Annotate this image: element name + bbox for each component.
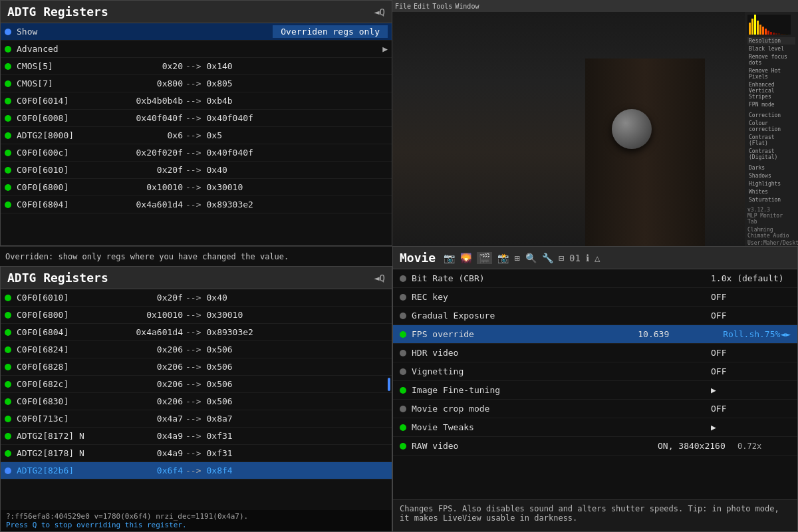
register-row[interactable]: C0F0[6804] 0x4a601d4 --> 0x89303e2 [1, 324, 392, 341]
register-row[interactable]: C0F0[6800] 0x10010 --> 0x30010 [1, 179, 392, 196]
register-row[interactable]: C0F0[6800] 0x10010 --> 0x30010 [1, 307, 392, 324]
movie-label: Movie Tweaks [412, 422, 711, 432]
movie-row[interactable]: RAW video ON, 3840x2160 0.72x [393, 437, 797, 456]
reg-arrow: --> [186, 96, 201, 106]
sidebar-footer: v3.12.3 MLP Monitor Tab Clahming Chimate… [747, 207, 795, 246]
reg-override: 0xf31 [206, 431, 232, 441]
toolbar-file[interactable]: File [395, 3, 411, 10]
register-rows-bottom: C0F0[6010] 0x20f --> 0x40 C0F0[6800] 0x1… [1, 289, 392, 479]
reg-arrow: --> [186, 113, 201, 123]
panel-icon-top[interactable]: ◄Q [374, 7, 385, 17]
reg-override: 0x8a7 [206, 414, 232, 424]
movie-label: FPS override [412, 329, 638, 339]
movie-value: ▶ [711, 422, 791, 432]
register-row[interactable]: ADTG2[8172] N 0x4a9 --> 0xf31 [1, 428, 392, 445]
movie-icon-lens[interactable]: 🔍 [525, 253, 537, 263]
reg-dot [5, 416, 11, 422]
reg-arrow: --> [186, 200, 201, 209]
movie-row[interactable]: Bit Rate (CBR) 1.0x (default) [393, 269, 797, 288]
register-row[interactable]: CMOS[7] 0x800 --> 0x805 [1, 75, 392, 92]
door-frame [585, 59, 705, 246]
reg-value: 0x206 [96, 344, 183, 354]
register-row[interactable]: ADTG2[8000] 0x6 --> 0x5 [1, 127, 392, 144]
movie-row[interactable]: Movie crop mode OFF [393, 400, 797, 418]
movie-row[interactable]: Image Fine-tuning ▶ [393, 381, 797, 400]
movie-extra: 0.72x [737, 442, 791, 451]
show-row[interactable]: Show Overriden regs only [1, 23, 392, 41]
reg-name: C0F0[6010] [17, 165, 96, 175]
register-row[interactable]: C0F0[6824] 0x206 --> 0x506 [1, 341, 392, 358]
movie-icon-warn[interactable]: △ [595, 253, 600, 263]
movie-icon-film[interactable]: 🎬 [477, 252, 492, 264]
movie-row[interactable]: FPS override 10.639 Roll.sh.75%◄► [393, 325, 797, 344]
movie-icon-info[interactable]: ℹ [586, 253, 589, 263]
register-row[interactable]: C0F0[6830] 0x206 --> 0x506 [1, 393, 392, 410]
reg-dot [5, 150, 11, 156]
toolbar-window[interactable]: Window [455, 3, 479, 10]
movie-icon-module[interactable]: ⊟ [559, 253, 564, 263]
movie-row[interactable]: Movie Tweaks ▶ [393, 418, 797, 437]
toolbar-tools[interactable]: Tools [432, 3, 452, 10]
adtg-registers-panel-bottom: ADTG Registers ◄Q C0F0[6010] 0x20f --> 0… [0, 266, 392, 532]
reg-dot [5, 433, 11, 440]
movie-value: OFF [711, 348, 791, 358]
movie-icon-image[interactable]: 🌄 [460, 253, 471, 263]
movie-icon-camera[interactable]: 📸 [497, 253, 509, 263]
scrollbar[interactable] [388, 378, 390, 391]
reg-override: 0x506 [206, 344, 232, 354]
register-row[interactable]: C0F0[713c] 0x4a7 --> 0x8a7 [1, 410, 392, 428]
register-row[interactable]: C0F0[6828] 0x206 --> 0x506 [1, 358, 392, 376]
movie-value: OFF [711, 366, 791, 376]
reg-value: 0x20f [96, 293, 183, 303]
reg-dot [5, 115, 11, 122]
movie-value: 10.639 [638, 329, 718, 339]
sidebar-controls: Resolution Black level Remove focus dots… [747, 37, 795, 203]
register-row[interactable]: ADTG2[8178] N 0x4a9 --> 0xf31 [1, 445, 392, 462]
reg-name: C0F0[6828] [17, 362, 96, 372]
advanced-row[interactable]: Advanced ▶ [1, 41, 392, 58]
reg-override: 0x40f040f [206, 113, 253, 123]
reg-dot [5, 450, 11, 457]
toolbar-edit[interactable]: Edit [414, 3, 430, 10]
movie-dot [400, 313, 406, 319]
register-row[interactable]: C0F0[600c] 0x20f020f --> 0x40f040f [1, 144, 392, 162]
register-list-top: Show Overriden regs only Advanced ▶ CMOS… [1, 23, 392, 245]
register-row[interactable]: CMOS[5] 0x20 --> 0x140 [1, 58, 392, 75]
panel-icon-bottom[interactable]: ◄Q [374, 273, 385, 283]
movie-value: OFF [711, 404, 791, 414]
register-row[interactable]: C0F0[6010] 0x20f --> 0x40 [1, 289, 392, 307]
register-row[interactable]: C0F0[6010] 0x20f --> 0x40 [1, 162, 392, 179]
movie-header: Movie 📷 🌄 🎬 📸 ⊞ 🔍 🔧 ⊟ 01 ℹ △ [393, 247, 797, 269]
movie-icon-photo[interactable]: 📷 [444, 253, 455, 263]
reg-value: 0x20f020f [96, 148, 183, 158]
reg-arrow: --> [186, 182, 201, 192]
reg-dot [5, 63, 11, 70]
reg-value: 0x20f [96, 165, 183, 175]
movie-rows: Bit Rate (CBR) 1.0x (default) REC key OF… [393, 269, 797, 456]
register-row[interactable]: ADTG2[82b6] 0x6f4 --> 0x8f4 [1, 462, 392, 479]
reg-value: 0x4a9 [96, 448, 183, 458]
movie-value: OFF [711, 311, 791, 321]
movie-value: ▶ [711, 385, 791, 395]
reg-override: 0x140 [206, 61, 232, 71]
movie-row[interactable]: REC key OFF [393, 288, 797, 307]
reg-dot [5, 201, 11, 208]
register-row[interactable]: C0F0[6008] 0x40f040f --> 0x40f040f [1, 110, 392, 127]
reg-arrow: --> [186, 148, 201, 158]
reg-override: 0x506 [206, 362, 232, 372]
register-row[interactable]: C0F0[6804] 0x4a601d4 --> 0x89303e2 [1, 196, 392, 213]
press-q-text: Press Q to stop overriding this register… [6, 521, 187, 529]
register-row[interactable]: C0F0[682c] 0x206 --> 0x506 [1, 376, 392, 393]
reg-value: 0x6 [96, 130, 183, 140]
movie-icon-bits[interactable]: 01 [569, 253, 581, 263]
movie-row[interactable]: Gradual Exposure OFF [393, 307, 797, 325]
movie-icon-wrench[interactable]: 🔧 [542, 253, 553, 263]
register-row[interactable]: C0F0[6014] 0xb4b0b4b --> 0xb4b [1, 92, 392, 110]
reg-name: ADTG2[8178] N [17, 448, 96, 458]
movie-row[interactable]: Vignetting OFF [393, 362, 797, 381]
movie-row[interactable]: HDR video OFF [393, 344, 797, 362]
movie-icon-grid[interactable]: ⊞ [514, 253, 519, 263]
panel-header-top: ADTG Registers ◄Q [1, 1, 392, 23]
reg-arrow: --> [186, 61, 201, 71]
movie-dot [400, 331, 406, 338]
